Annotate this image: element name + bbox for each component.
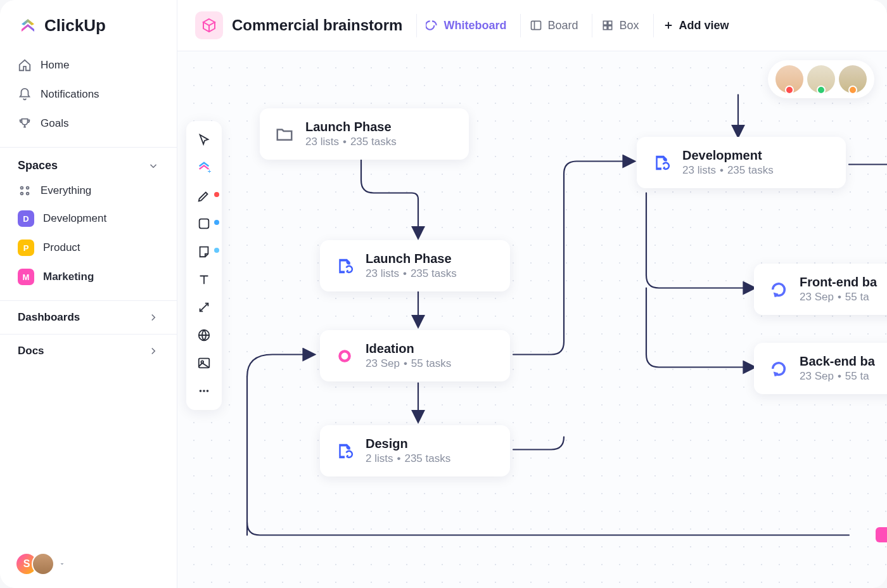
node-ideation[interactable]: Ideation 23 Sep•55 tasks bbox=[320, 330, 510, 381]
main: Commercial brainstorm Whiteboard Board B… bbox=[177, 0, 887, 588]
node-title: Launch Phase bbox=[305, 120, 397, 134]
space-everything[interactable]: Everything bbox=[0, 177, 177, 204]
tool-clickup[interactable]: + bbox=[191, 155, 217, 181]
node-title: Back-end ba bbox=[800, 354, 875, 369]
tool-image[interactable] bbox=[191, 350, 217, 376]
svg-rect-8 bbox=[608, 26, 612, 30]
space-badge-d: D bbox=[18, 210, 34, 227]
space-dev-label: Development bbox=[43, 212, 106, 225]
spaces-header[interactable]: Spaces bbox=[0, 147, 177, 177]
space-badge-m: M bbox=[18, 269, 34, 285]
edge-marker[interactable] bbox=[876, 527, 887, 542]
sticky-note-icon bbox=[197, 245, 211, 259]
chevron-down-icon bbox=[148, 160, 159, 172]
node-meta: 23 lists•235 tasks bbox=[305, 136, 397, 148]
add-view[interactable]: Add view bbox=[653, 14, 738, 37]
svg-rect-5 bbox=[604, 21, 608, 25]
node-title: Front-end ba bbox=[800, 275, 877, 290]
view-tab-box[interactable]: Box bbox=[592, 14, 648, 37]
whiteboard-icon bbox=[426, 19, 438, 32]
svg-point-3 bbox=[27, 193, 29, 195]
node-development[interactable]: Development 23 lists•235 tasks bbox=[637, 137, 846, 188]
chevron-right-icon bbox=[148, 312, 159, 323]
svg-point-17 bbox=[340, 351, 349, 361]
section-docs[interactable]: Docs bbox=[0, 334, 177, 368]
nav-home[interactable]: Home bbox=[11, 51, 165, 80]
bell-icon bbox=[18, 87, 32, 101]
clickup-logo-icon bbox=[18, 15, 38, 35]
tool-pen[interactable] bbox=[191, 183, 217, 208]
nav-notifications-label: Notifications bbox=[41, 88, 99, 101]
node-design[interactable]: Design 2 lists•235 tasks bbox=[320, 425, 510, 476]
square-icon bbox=[197, 217, 211, 231]
whiteboard-canvas[interactable]: + Launch Phase 23 lists•235 tasks bbox=[177, 51, 887, 588]
section-docs-label: Docs bbox=[18, 345, 44, 357]
sync-doc-icon bbox=[651, 152, 672, 174]
view-tab-board[interactable]: Board bbox=[520, 14, 587, 37]
clickup-plus-icon: + bbox=[197, 161, 211, 175]
tool-connector[interactable] bbox=[191, 295, 217, 320]
svg-rect-10 bbox=[200, 219, 209, 229]
nav-goals[interactable]: Goals bbox=[11, 109, 165, 138]
node-meta: 23 lists•235 tasks bbox=[682, 164, 774, 177]
caret-down-icon bbox=[58, 560, 66, 568]
sync-doc-icon bbox=[334, 255, 355, 277]
collaborator-avatar-2[interactable] bbox=[807, 65, 835, 93]
svg-text:+: + bbox=[208, 168, 212, 175]
cube-icon bbox=[201, 18, 217, 33]
node-title: Development bbox=[682, 148, 774, 163]
node-launch-folder[interactable]: Launch Phase 23 lists•235 tasks bbox=[260, 108, 469, 160]
more-icon bbox=[197, 384, 211, 398]
node-title: Design bbox=[366, 437, 450, 451]
nav-notifications[interactable]: Notifications bbox=[11, 80, 165, 109]
nav-home-label: Home bbox=[41, 59, 69, 72]
tool-text[interactable] bbox=[191, 267, 217, 292]
node-frontend[interactable]: Front-end ba 23 Sep•55 ta bbox=[754, 264, 887, 315]
pen-icon bbox=[197, 189, 211, 203]
canvas-toolbar: + bbox=[186, 121, 222, 410]
node-backend[interactable]: Back-end ba 23 Sep•55 ta bbox=[754, 343, 887, 394]
circle-icon bbox=[334, 345, 355, 367]
space-icon-chip bbox=[195, 11, 223, 39]
node-launch-doc[interactable]: Launch Phase 23 lists•235 tasks bbox=[320, 240, 510, 291]
sync-doc-icon bbox=[334, 440, 355, 462]
node-title: Launch Phase bbox=[366, 252, 457, 266]
topbar: Commercial brainstorm Whiteboard Board B… bbox=[177, 0, 887, 51]
box-icon bbox=[601, 19, 614, 32]
collaborator-avatar-3[interactable] bbox=[839, 65, 867, 93]
user-photo-avatar bbox=[32, 553, 54, 575]
tool-web[interactable] bbox=[191, 323, 217, 348]
redo-icon bbox=[768, 279, 789, 300]
collaborator-avatar-1[interactable] bbox=[775, 65, 803, 93]
svg-rect-6 bbox=[608, 21, 612, 25]
node-meta: 23 lists•235 tasks bbox=[366, 267, 457, 280]
svg-rect-7 bbox=[604, 26, 608, 30]
text-icon bbox=[197, 272, 211, 286]
svg-point-16 bbox=[207, 390, 209, 392]
space-marketing[interactable]: M Marketing bbox=[0, 262, 177, 291]
node-meta: 23 Sep•55 ta bbox=[800, 291, 877, 304]
section-dashboards[interactable]: Dashboards bbox=[0, 300, 177, 334]
connector-icon bbox=[197, 300, 211, 314]
space-badge-p: P bbox=[18, 240, 34, 256]
svg-point-15 bbox=[203, 390, 205, 392]
trophy-icon bbox=[18, 117, 32, 131]
space-development[interactable]: D Development bbox=[0, 204, 177, 233]
user-menu[interactable]: S bbox=[15, 553, 66, 575]
page-title: Commercial brainstorm bbox=[232, 16, 402, 34]
node-meta: 2 lists•235 tasks bbox=[366, 452, 450, 465]
section-dashboards-label: Dashboards bbox=[18, 311, 80, 324]
tool-sticky[interactable] bbox=[191, 239, 217, 264]
space-product[interactable]: P Product bbox=[0, 233, 177, 262]
space-everything-label: Everything bbox=[41, 184, 91, 197]
view-tab-whiteboard[interactable]: Whiteboard bbox=[416, 14, 515, 37]
globe-icon bbox=[197, 328, 211, 342]
tool-select[interactable] bbox=[191, 127, 217, 153]
tool-more[interactable] bbox=[191, 378, 217, 404]
home-icon bbox=[18, 58, 32, 72]
add-view-label: Add view bbox=[679, 19, 729, 32]
chevron-right-icon bbox=[148, 345, 159, 357]
collaborators[interactable] bbox=[768, 60, 874, 98]
logo[interactable]: ClickUp bbox=[0, 0, 177, 48]
tool-shape[interactable] bbox=[191, 211, 217, 236]
